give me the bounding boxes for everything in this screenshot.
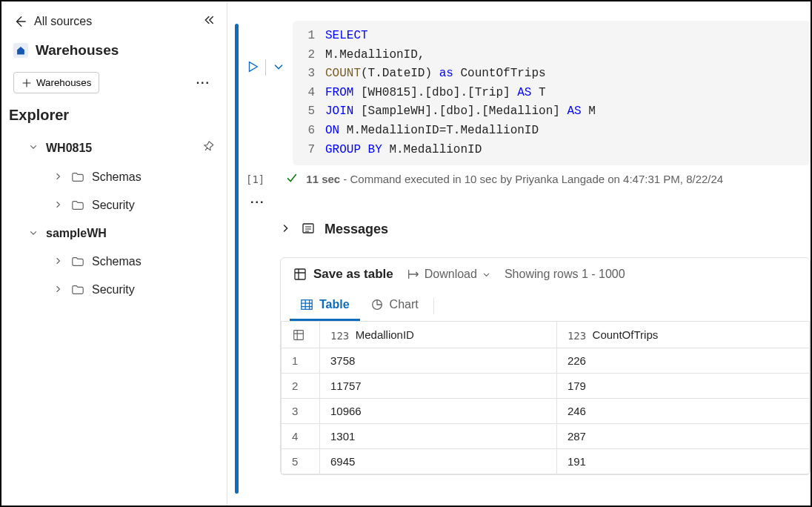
tree-node-security[interactable]: Security (1, 191, 227, 219)
code-line[interactable]: JOIN [SampleWH].[dbo].[Medallion] AS M (325, 102, 811, 122)
table-row[interactable]: 211757179 (282, 374, 810, 399)
tab-chart[interactable]: Chart (360, 291, 429, 321)
back-arrow-icon[interactable] (13, 15, 27, 28)
line-number: 6 (293, 122, 325, 141)
run-button[interactable] (246, 60, 259, 76)
sidebar: All sources Warehouses Warehouses ··· Ex… (1, 1, 227, 506)
all-sources-label[interactable]: All sources (34, 15, 92, 28)
explorer-tree: WH0815 Schemas Security (1, 130, 227, 307)
table-row[interactable]: 56945191 (282, 449, 810, 474)
code-line[interactable]: ON M.MedallionID=T.MedallionID (325, 122, 811, 141)
cell-more-icon[interactable]: ··· (239, 193, 811, 212)
chevron-right-icon (53, 284, 64, 296)
tree-node-schemas[interactable]: Schemas (1, 163, 227, 191)
cell[interactable]: 287 (556, 424, 809, 449)
svg-rect-2 (302, 300, 312, 310)
tree-label: Schemas (92, 255, 142, 268)
tree-node-samplewh[interactable]: sampleWH (1, 219, 227, 248)
cell-index: [1] (239, 173, 278, 185)
line-number: 4 (293, 84, 325, 103)
row-index: 5 (282, 449, 320, 474)
folder-icon (71, 199, 84, 212)
main-area: 1SELECT2M.MedallionID,3COUNT(T.DateID) a… (227, 1, 811, 506)
status-text: 11 sec - Command executed in 10 sec by P… (306, 173, 723, 185)
chevron-down-icon (28, 228, 39, 240)
cell[interactable]: 226 (556, 348, 809, 374)
messages-label: Messages (325, 222, 388, 237)
tab-label: Chart (390, 298, 419, 311)
line-number: 7 (293, 141, 325, 160)
column-header[interactable]: 123 MedallionID (320, 322, 557, 348)
tree-label: WH0815 (46, 142, 92, 155)
tree-node-schemas[interactable]: Schemas (1, 248, 227, 276)
cell[interactable]: 191 (556, 449, 809, 474)
folder-icon (71, 283, 84, 296)
showing-rows-label: Showing rows 1 - 1000 (505, 268, 625, 281)
cell[interactable]: 179 (556, 374, 809, 399)
save-as-table-label: Save as table (313, 267, 393, 282)
cell[interactable]: 10966 (320, 399, 557, 424)
svg-rect-4 (294, 331, 304, 340)
query-cell: 1SELECT2M.MedallionID,3COUNT(T.DateID) a… (239, 13, 811, 165)
tree-node-security[interactable]: Security (1, 276, 227, 304)
tree-label: Security (92, 283, 135, 296)
messages-icon (301, 221, 316, 238)
cell[interactable]: 3758 (320, 348, 557, 374)
code-line[interactable]: FROM [WH0815].[dbo].[Trip] AS T (325, 84, 811, 103)
code-line[interactable]: COUNT(T.DateID) as CountOfTrips (325, 64, 811, 84)
tab-label: Table (319, 298, 350, 311)
explorer-heading: Explorer (1, 99, 227, 130)
pin-icon[interactable] (202, 140, 215, 156)
more-icon[interactable]: ··· (192, 76, 215, 90)
tree-label: sampleWH (46, 227, 107, 240)
results-panel: Save as table Download Showing rows 1 - … (280, 257, 811, 475)
add-warehouse-button[interactable]: Warehouses (13, 72, 99, 93)
download-label: Download (425, 268, 477, 281)
column-header[interactable]: 123 CountOfTrips (556, 322, 809, 348)
tree-node-wh0815[interactable]: WH0815 (1, 133, 227, 163)
line-number: 1 (293, 27, 325, 46)
divider (433, 298, 434, 314)
status-row: [1] 11 sec - Command executed in 10 sec … (239, 165, 811, 193)
warehouse-icon (13, 43, 28, 58)
row-index: 1 (282, 348, 320, 374)
cell[interactable]: 6945 (320, 449, 557, 474)
chevron-right-icon (280, 222, 292, 236)
code-line[interactable]: GROUP BY M.MedallionID (325, 141, 811, 160)
code-line[interactable]: SELECT (325, 27, 811, 46)
cell[interactable]: 1301 (320, 424, 557, 449)
table-row[interactable]: 13758226 (282, 348, 810, 374)
line-number: 2 (293, 46, 325, 65)
code-line[interactable]: M.MedallionID, (325, 46, 811, 65)
sql-editor[interactable]: 1SELECT2M.MedallionID,3COUNT(T.DateID) a… (293, 21, 811, 165)
run-dropdown-button[interactable] (272, 60, 285, 76)
results-table: 123 MedallionID123 CountOfTrips 13758226… (281, 321, 810, 474)
table-row[interactable]: 41301287 (282, 424, 810, 449)
tree-label: Security (92, 199, 135, 212)
row-index: 2 (282, 374, 320, 399)
chevron-right-icon (53, 256, 64, 268)
tab-table[interactable]: Table (290, 291, 360, 321)
tree-label: Schemas (92, 170, 142, 184)
folder-icon (71, 170, 84, 184)
row-index: 4 (282, 424, 320, 449)
divider (265, 59, 266, 76)
download-button[interactable]: Download (407, 268, 491, 281)
table-row[interactable]: 310966246 (282, 399, 810, 424)
cell[interactable]: 246 (556, 399, 809, 424)
collapse-icon[interactable] (202, 13, 215, 29)
svg-rect-1 (295, 269, 305, 279)
add-warehouse-label: Warehouses (36, 77, 91, 88)
results-area: Messages Save as table Download Showing … (239, 215, 811, 475)
chevron-down-icon (28, 142, 39, 154)
row-header-icon[interactable] (282, 322, 320, 348)
chevron-right-icon (53, 199, 64, 212)
cell[interactable]: 11757 (320, 374, 557, 399)
save-as-table-button[interactable]: Save as table (293, 267, 393, 282)
messages-section[interactable]: Messages (280, 215, 811, 244)
line-number: 3 (293, 64, 325, 84)
home-label: Warehouses (36, 42, 119, 59)
folder-icon (71, 255, 84, 268)
row-index: 3 (282, 399, 320, 424)
chevron-right-icon (53, 171, 64, 184)
